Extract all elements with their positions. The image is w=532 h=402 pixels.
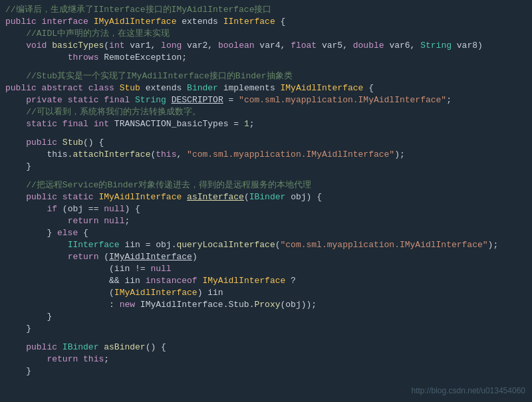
code-line [0,130,532,137]
code-line: } [0,311,532,323]
code-line: //AIDL中声明的方法，在这里未实现 [0,28,532,40]
code-line: if (obj == null) { [0,203,532,215]
code-line: } else { [0,227,532,239]
code-line: } [0,161,532,173]
code-line: public Stub() { [0,137,532,149]
code-line: return this; [0,353,532,365]
watermark: http://blog.csdn.net/u013454060 [412,386,525,395]
code-line: public interface IMyAidlInterface extend… [0,16,532,28]
code-line: (iin != null [0,263,532,275]
code-line [0,335,532,342]
code-line: public IBinder asBinder() { [0,342,532,353]
code-line: return null; [0,215,532,227]
code-line: private static final String DESCRIPTOR =… [0,94,532,106]
code-line: IInterface iin = obj.queryLocalInterface… [0,239,532,251]
code-line: throws RemoteException; [0,52,532,64]
code-line: } [0,365,532,377]
code-line: && iin instanceof IMyAidlInterface ? [0,275,532,287]
code-line: //把远程Service的Binder对象传递进去，得到的是远程服务的本地代理 [0,179,532,191]
code-line: //Stub其实是一个实现了IMyAdilInterface接口的Binder抽… [0,70,532,82]
code-line: (IMyAidlInterface) iin [0,287,532,299]
code-line: //可以看到，系统将我们的方法转换成数字。 [0,106,532,118]
code-line [0,64,532,70]
code-line: return (IMyAidlInterface) [0,251,532,263]
code-line: public static IMyAidlInterface asInterfa… [0,191,532,203]
code-editor: //编译后，生成继承了IInterface接口的IMyAidlInterface… [0,0,532,402]
code-line: void basicTypes(int var1, long var2, boo… [0,40,532,52]
code-line: //编译后，生成继承了IInterface接口的IMyAidlInterface… [0,4,532,16]
code-line: this.attachInterface(this, "com.sml.myap… [0,149,532,161]
code-line: } [0,323,532,335]
code-line: static final int TRANSACTION_basicTypes … [0,118,532,130]
code-line: public abstract class Stub extends Binde… [0,82,532,94]
code-line [0,173,532,179]
code-line: : new IMyAidlInterface.Stub.Proxy(obj)); [0,299,532,311]
